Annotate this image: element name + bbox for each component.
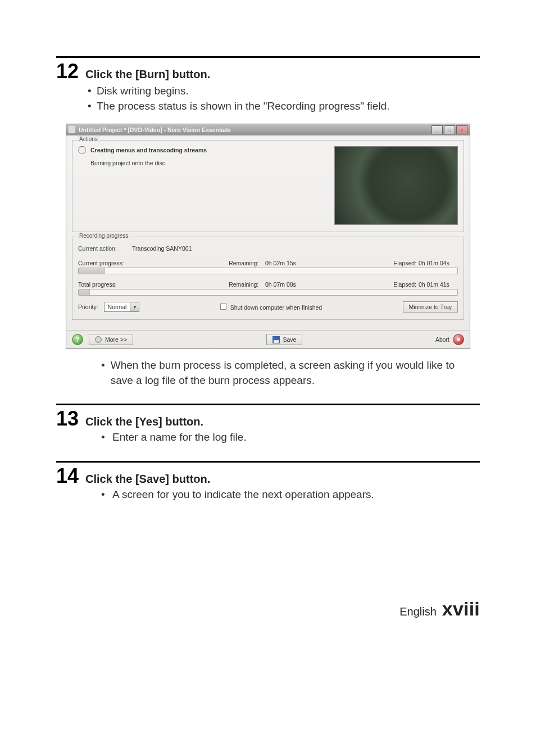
step-title: Click the [Save] button. (85, 473, 210, 486)
current-action-row: Current action: Transcoding SANY001 (78, 245, 458, 252)
bullet-dot: • (101, 430, 107, 445)
actions-group: Actions Creating menus and transcoding s… (72, 140, 464, 232)
elapsed-label: Elapsed: (385, 281, 419, 288)
save-label: Save (283, 336, 297, 343)
help-button[interactable]: ? (72, 334, 83, 345)
bullet-text: The process status is shown in the "Reco… (97, 99, 389, 114)
footer-language: English (399, 605, 437, 618)
actions-line-2: Burning project onto the disc. (90, 160, 326, 166)
bullet-text: Disk writing begins. (97, 84, 189, 99)
save-button[interactable]: Save (266, 334, 303, 345)
video-preview (334, 146, 458, 225)
current-action-value: Transcoding SANY001 (132, 245, 192, 252)
step-bullets: • A screen for you to indicate the next … (101, 487, 480, 503)
window-title: Untitled Project * [DVD-Video] - Nero Vi… (79, 126, 428, 133)
save-icon (272, 336, 280, 343)
checkbox-icon (220, 304, 226, 310)
step-number: 12 (56, 61, 79, 82)
total-progress-label: Total progress: (78, 281, 140, 288)
bullet-dot: • (101, 358, 105, 388)
step-title: Click the [Burn] button. (85, 68, 210, 81)
more-label: More >> (105, 336, 127, 343)
current-progress-bar (78, 268, 458, 274)
step-title: Click the [Yes] button. (85, 415, 203, 428)
remaining-label: Remaining: (229, 260, 258, 266)
group-label: Recording progress (77, 233, 130, 239)
current-progress-label: Current progress: (78, 260, 140, 266)
bullet-item: • Enter a name for the log file. (101, 430, 480, 445)
current-elapsed-value: 0h 01m 04s (419, 260, 458, 266)
disc-icon (95, 336, 102, 343)
actions-text: Creating menus and transcoding streams B… (78, 146, 326, 166)
step-number: 13 (56, 409, 79, 429)
shutdown-option[interactable]: Shut down computer when finished (145, 304, 397, 311)
window-footer: ? More >> Save Abort ■ (66, 330, 470, 348)
step-head: 12 Click the [Burn] button. (56, 61, 480, 82)
recording-progress-group: Recording progress Current action: Trans… (72, 237, 464, 320)
step-head: 13 Click the [Yes] button. (56, 409, 480, 429)
current-action-label: Current action: (78, 245, 129, 252)
group-label: Actions (77, 136, 100, 142)
recording-bottom-row: Priority: Normal ▼ Shut down computer wh… (78, 301, 458, 313)
elapsed-label: Elapsed: (385, 260, 419, 266)
close-button[interactable]: × (456, 125, 467, 134)
bullet-item: • A screen for you to indicate the next … (101, 487, 480, 503)
maximize-button[interactable]: □ (444, 125, 455, 134)
page-footer: English xviii (56, 598, 480, 620)
step-12: 12 Click the [Burn] button. • Disk writi… (56, 56, 480, 388)
total-progress-bar (78, 289, 458, 296)
minimize-to-tray-label: Minimize to Tray (409, 304, 452, 310)
step-head: 14 Click the [Save] button. (56, 466, 480, 486)
bullet-dot: • (101, 487, 107, 503)
step-bullets: • Disk writing begins. • The process sta… (88, 84, 480, 114)
priority-dropdown[interactable]: Normal ▼ (104, 302, 140, 312)
actions-line-1: Creating menus and transcoding streams (90, 147, 207, 153)
priority-value: Normal (105, 304, 130, 310)
window-controls: _ □ × (431, 125, 467, 134)
footer-page-number: xviii (442, 598, 480, 620)
window-titlebar: Untitled Project * [DVD-Video] - Nero Vi… (66, 124, 470, 135)
bullet-text: A screen for you to indicate the next op… (112, 487, 374, 503)
shutdown-label: Shut down computer when finished (230, 304, 322, 311)
total-elapsed-value: 0h 01m 41s (419, 281, 458, 288)
step-number: 14 (56, 466, 79, 486)
current-remaining-value: 0h 02m 15s (265, 260, 296, 266)
current-progress-labels: Current progress: Remaining: 0h 02m 15s … (78, 260, 458, 266)
spinner-icon (78, 146, 86, 154)
step-14: 14 Click the [Save] button. • A screen f… (56, 461, 480, 503)
bullet-text: Enter a name for the log file. (112, 430, 247, 445)
bullet-text: When the burn process is completed, a sc… (111, 358, 480, 388)
total-remaining-value: 0h 07m 08s (265, 281, 296, 288)
step-bullets: • Enter a name for the log file. (101, 430, 480, 445)
minimize-button[interactable]: _ (431, 125, 443, 134)
abort-button[interactable]: ■ (453, 334, 464, 345)
priority-label: Priority: (78, 304, 98, 310)
app-icon (69, 126, 75, 133)
remaining-label: Remaining: (229, 281, 258, 288)
more-button[interactable]: More >> (89, 334, 133, 345)
step-13: 13 Click the [Yes] button. • Enter a nam… (56, 404, 480, 445)
bullet-dot: • (88, 84, 93, 99)
chevron-down-icon: ▼ (130, 302, 139, 311)
step-sub-bullets: • When the burn process is completed, a … (101, 358, 480, 388)
abort-label: Abort (435, 336, 449, 343)
total-progress-labels: Total progress: Remaining: 0h 07m 08s El… (78, 281, 458, 288)
bullet-dot: • (88, 99, 93, 114)
minimize-to-tray-button[interactable]: Minimize to Tray (403, 301, 458, 313)
bullet-item: • When the burn process is completed, a … (101, 358, 480, 388)
bullet-item: • Disk writing begins. (88, 84, 480, 99)
document-page: 12 Click the [Burn] button. • Disk writi… (0, 0, 536, 642)
window-body: Actions Creating menus and transcoding s… (66, 135, 470, 330)
bullet-item: • The process status is shown in the "Re… (88, 99, 480, 114)
nero-window: Untitled Project * [DVD-Video] - Nero Vi… (66, 124, 470, 349)
